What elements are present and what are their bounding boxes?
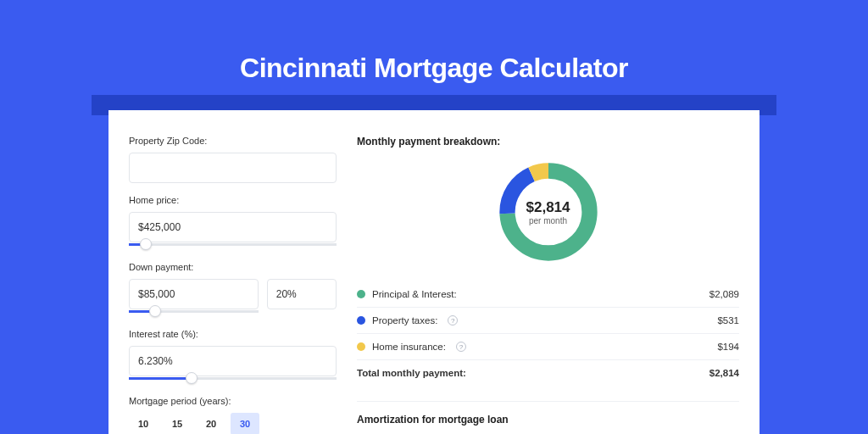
amortization-title: Amortization for mortgage loan	[357, 414, 739, 426]
rate-label: Interest rate (%):	[129, 329, 337, 339]
legend-label: Home insurance:	[372, 342, 446, 352]
rate-slider[interactable]	[129, 376, 337, 384]
page-title: Cincinnati Mortgage Calculator	[0, 0, 868, 108]
home-price-slider[interactable]	[129, 242, 337, 250]
period-option-30[interactable]: 30	[231, 413, 259, 434]
zip-label: Property Zip Code:	[129, 136, 337, 146]
legend-total-row: Total monthly payment:$2,814	[357, 360, 739, 386]
breakdown-title: Monthly payment breakdown:	[357, 136, 739, 147]
legend-total-value: $2,814	[709, 368, 739, 378]
down-payment-pct-input[interactable]	[267, 279, 337, 309]
legend-value: $194	[717, 342, 739, 352]
slider-thumb[interactable]	[149, 305, 161, 317]
legend-label: Principal & Interest:	[372, 289, 457, 299]
period-label: Mortgage period (years):	[129, 396, 337, 406]
legend-label: Property taxes:	[372, 315, 437, 326]
zip-input[interactable]	[129, 153, 337, 183]
slider-thumb[interactable]	[186, 372, 198, 384]
down-payment-label: Down payment:	[129, 262, 337, 272]
period-option-15[interactable]: 15	[163, 413, 192, 434]
rate-input[interactable]	[129, 346, 337, 376]
down-payment-input[interactable]	[129, 279, 259, 309]
legend-value: $531	[717, 315, 739, 326]
home-price-input[interactable]	[129, 212, 337, 242]
calculator-card: Property Zip Code: Home price: Down paym…	[108, 110, 760, 434]
home-price-label: Home price:	[129, 195, 337, 205]
legend-total-label: Total monthly payment:	[357, 368, 466, 378]
period-selector: 10152030	[129, 413, 337, 434]
legend-dot	[357, 290, 365, 298]
donut-sub: per month	[529, 216, 567, 225]
legend-row: Principal & Interest:$2,089	[357, 281, 739, 308]
info-icon[interactable]: ?	[456, 342, 466, 352]
input-panel: Property Zip Code: Home price: Down paym…	[129, 127, 337, 434]
down-payment-slider[interactable]	[129, 309, 259, 317]
donut-total: $2,814	[526, 199, 570, 216]
legend-row: Property taxes:?$531	[357, 308, 739, 334]
legend-dot	[357, 342, 365, 351]
results-panel: Monthly payment breakdown: $2,814 per mo…	[357, 127, 739, 434]
legend-dot	[357, 316, 365, 325]
info-icon[interactable]: ?	[448, 315, 458, 326]
slider-thumb[interactable]	[140, 238, 152, 250]
legend-row: Home insurance:?$194	[357, 334, 739, 360]
breakdown-donut-chart: $2,814 per month	[494, 158, 603, 266]
breakdown-legend: Principal & Interest:$2,089Property taxe…	[357, 281, 739, 386]
legend-value: $2,089	[709, 289, 739, 299]
period-option-10[interactable]: 10	[129, 413, 158, 434]
period-option-20[interactable]: 20	[197, 413, 225, 434]
amortization-section: Amortization for mortgage loan Amortizat…	[357, 401, 739, 434]
